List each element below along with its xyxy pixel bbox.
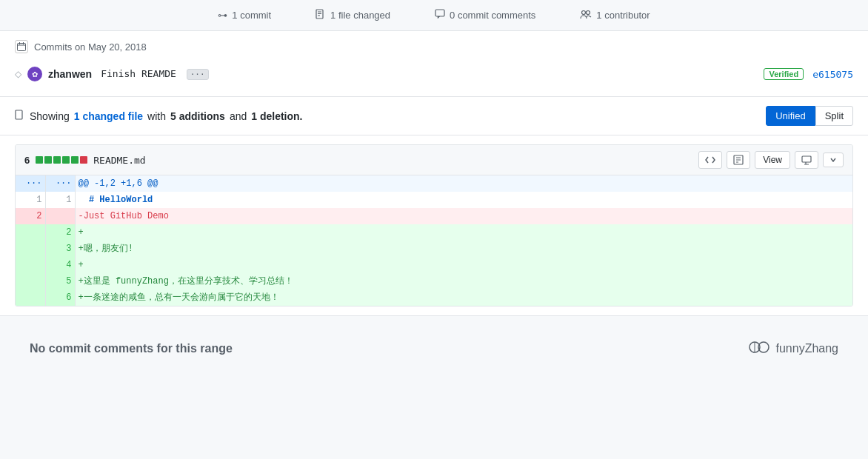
stat-comments[interactable]: 0 commit comments (435, 9, 535, 21)
diff-raw-view-button[interactable] (727, 151, 750, 169)
diff-stat-blocks (36, 156, 87, 164)
no-comments-text: No commit comments for this range (30, 342, 233, 355)
diff-line-content: +这里是 funnyZhang，在这里分享技术、学习总结！ (75, 273, 852, 289)
stats-bar: ⊶ 1 commit 1 file changed 0 comm (0, 0, 868, 31)
diff-summary-text: Showing 1 changed file with 5 additions … (15, 110, 302, 122)
diff-with: with (147, 110, 166, 122)
svg-rect-7 (18, 44, 26, 51)
svg-rect-16 (802, 156, 811, 162)
commit-message-expand[interactable]: ··· (187, 69, 209, 80)
diff-old-linenum: 1 (16, 192, 45, 208)
diff-line-content: -Just GitHub Demo (75, 208, 852, 224)
commit-row: ◇ ✿ zhanwen Finish REAMDE ··· Verified e… (15, 61, 853, 87)
branch-icon: ◇ (15, 69, 21, 79)
diff-new-linenum (45, 208, 75, 224)
table-row: 1 1 # HelloWorld (16, 192, 852, 208)
diff-line-content: # HelloWorld (75, 192, 852, 208)
diff-file-actions: View (698, 151, 844, 169)
diff-collapse-button[interactable] (823, 153, 844, 167)
commits-section: Commits on May 20, 2018 ◇ ✿ zhanwen Fini… (0, 31, 868, 97)
stat-contributors[interactable]: 1 contributor (580, 9, 650, 21)
diff-file-header-left: 6 README.md (24, 155, 146, 166)
no-comments-section: No commit comments for this range funnyZ… (0, 315, 868, 381)
diff-view-toggle: Unified Split (766, 106, 853, 126)
diff-block-add (71, 156, 79, 164)
diff-additions: 5 additions (170, 110, 225, 122)
diff-view-button[interactable]: View (755, 151, 790, 169)
diff-old-linenum (16, 289, 45, 306)
diff-old-linenum: 2 (16, 208, 45, 224)
brand-text: funnyZhang (775, 342, 838, 355)
commit-author[interactable]: zhanwen (48, 68, 92, 80)
diff-summary: Showing 1 changed file with 5 additions … (0, 97, 868, 135)
brand-icon (749, 338, 769, 359)
diff-line-content: +一条迷途的咸鱼，总有一天会游向属于它的天地！ (75, 289, 852, 306)
diff-block-add (53, 156, 61, 164)
diff-new-linenum: 1 (45, 192, 75, 208)
avatar: ✿ (27, 67, 42, 81)
diff-block-add (36, 156, 43, 164)
split-view-button[interactable]: Split (815, 106, 853, 126)
brand-label: funnyZhang (749, 338, 838, 359)
diff-filename[interactable]: README.md (93, 155, 145, 166)
unified-view-button[interactable]: Unified (766, 106, 815, 126)
stat-comments-label: 0 commit comments (450, 10, 535, 21)
diff-line-content: +嗯，朋友们! (75, 241, 852, 257)
stat-files[interactable]: 1 file changed (316, 9, 390, 21)
diff-file-icon (15, 110, 25, 122)
diff-old-linenum (16, 241, 45, 257)
contributors-icon (580, 9, 592, 21)
diff-and: and (230, 110, 247, 122)
commit-message: Finish REAMDE ··· (101, 68, 764, 80)
diff-block-add (44, 156, 52, 164)
diff-new-linenum: 4 (45, 257, 75, 273)
diff-new-linenum: 2 (45, 224, 75, 241)
diff-deletions: 1 deletion. (251, 110, 302, 122)
diff-old-linenum (16, 273, 45, 289)
verified-badge: Verified (764, 68, 804, 80)
comment-icon (435, 9, 445, 21)
diff-new-linenum: 5 (45, 273, 75, 289)
commit-icon: ⊶ (218, 10, 227, 21)
diff-line-content: + (75, 224, 852, 241)
table-row: 2 + (16, 224, 852, 241)
commits-date: Commits on May 20, 2018 (15, 40, 853, 53)
diff-block-add (62, 156, 70, 164)
commit-hash[interactable]: e615075 (812, 69, 853, 80)
svg-point-5 (582, 11, 586, 15)
diff-line-content: + (75, 257, 852, 273)
table-row: 2 -Just GitHub Demo (16, 208, 852, 224)
table-row: 3 +嗯，朋友们! (16, 241, 852, 257)
diff-changed-files-link[interactable]: 1 changed file (74, 110, 143, 122)
stat-contributors-label: 1 contributor (596, 10, 650, 21)
calendar-icon (15, 40, 28, 53)
diff-hunk-new-num: ··· (45, 175, 75, 192)
stat-files-label: 1 file changed (330, 10, 390, 21)
diff-showing-prefix: Showing (30, 110, 70, 122)
svg-point-6 (587, 11, 590, 15)
diff-file-block: 6 README.md (15, 144, 853, 306)
svg-rect-4 (435, 10, 444, 16)
file-icon (316, 9, 326, 21)
diff-hunk-row: ··· ··· @@ -1,2 +1,6 @@ (16, 175, 852, 192)
svg-rect-11 (16, 110, 22, 119)
diff-new-linenum: 3 (45, 241, 75, 257)
table-row: 4 + (16, 257, 852, 273)
diff-hunk-content: @@ -1,2 +1,6 @@ (75, 175, 852, 192)
diff-file-header: 6 README.md (16, 145, 852, 175)
diff-display-button[interactable] (795, 151, 818, 169)
diff-hunk-old-num: ··· (16, 175, 45, 192)
table-row: 6 +一条迷途的咸鱼，总有一天会游向属于它的天地！ (16, 289, 852, 306)
diff-stat-count: 6 (24, 155, 30, 166)
stat-commits[interactable]: ⊶ 1 commit (218, 10, 271, 21)
diff-old-linenum (16, 257, 45, 273)
stat-commits-label: 1 commit (232, 10, 271, 21)
diff-block-del (80, 156, 87, 164)
diff-code-view-button[interactable] (698, 151, 722, 169)
commits-date-label: Commits on May 20, 2018 (34, 41, 147, 53)
table-row: 5 +这里是 funnyZhang，在这里分享技术、学习总结！ (16, 273, 852, 289)
diff-table: ··· ··· @@ -1,2 +1,6 @@ 1 1 # HelloWorld… (16, 175, 852, 306)
diff-old-linenum (16, 224, 45, 241)
diff-new-linenum: 6 (45, 289, 75, 306)
